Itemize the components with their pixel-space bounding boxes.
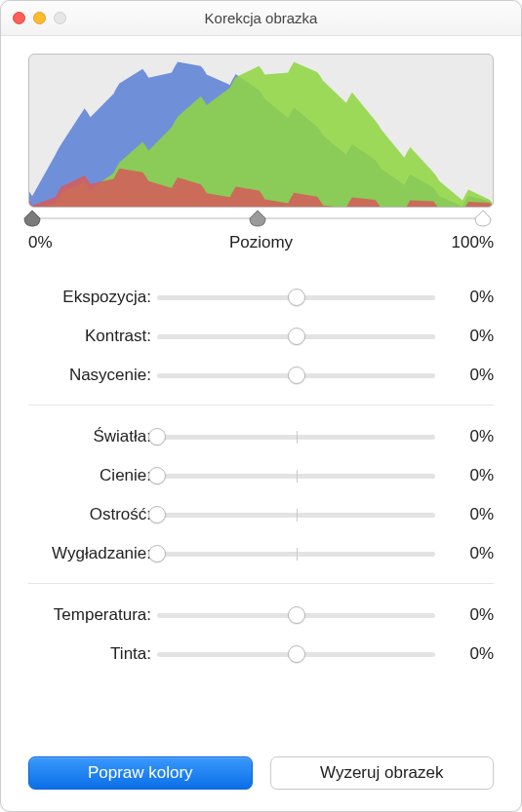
levels-white-thumb[interactable] bbox=[474, 210, 492, 227]
slider-row: Nasycenie:0% bbox=[28, 356, 494, 395]
histogram bbox=[28, 54, 494, 208]
slider-row: Światła:0% bbox=[28, 417, 494, 456]
slider-group: Światła:0%Cienie:0%Ostrość:0%Wygładzanie… bbox=[28, 405, 494, 583]
reset-button[interactable]: Wyzeruj obrazek bbox=[270, 756, 495, 790]
slider-value: 0% bbox=[435, 505, 494, 524]
slider-value: 0% bbox=[435, 427, 494, 446]
slider-thumb[interactable] bbox=[288, 606, 305, 624]
slider-tick bbox=[297, 509, 298, 522]
slider-label: Światła: bbox=[28, 427, 157, 446]
slider[interactable] bbox=[157, 326, 435, 347]
slider[interactable] bbox=[157, 365, 435, 386]
slider-value: 0% bbox=[435, 327, 494, 346]
button-bar: Popraw kolory Wyzeruj obrazek bbox=[28, 747, 494, 790]
slider-thumb[interactable] bbox=[148, 428, 166, 445]
slider[interactable] bbox=[157, 504, 435, 525]
levels-slider[interactable]: 0% Poziomy 100% bbox=[28, 210, 494, 258]
slider-label: Ekspozycja: bbox=[28, 288, 157, 307]
slider-label: Cienie: bbox=[28, 466, 157, 485]
slider-value: 0% bbox=[435, 605, 494, 625]
levels-labels: 0% Poziomy 100% bbox=[28, 233, 494, 252]
slider-group: Ekspozycja:0%Kontrast:0%Nasycenie:0% bbox=[28, 270, 494, 405]
slider-group: Temperatura:0%Tinta:0% bbox=[28, 583, 494, 683]
slider-tick bbox=[297, 431, 298, 444]
slider-row: Ostrość:0% bbox=[28, 495, 494, 534]
slider-track bbox=[157, 435, 435, 440]
slider[interactable] bbox=[157, 604, 435, 626]
window-title: Korekcja obrazka bbox=[1, 10, 521, 26]
window-controls bbox=[13, 12, 66, 24]
slider-row: Cienie:0% bbox=[28, 456, 494, 495]
levels-black-thumb[interactable] bbox=[23, 210, 41, 227]
slider[interactable] bbox=[157, 426, 435, 447]
slider-value: 0% bbox=[435, 644, 494, 664]
slider-thumb[interactable] bbox=[288, 367, 305, 384]
slider-row: Ekspozycja:0% bbox=[28, 278, 494, 317]
slider-track bbox=[157, 513, 435, 518]
adjust-sliders: Ekspozycja:0%Kontrast:0%Nasycenie:0%Świa… bbox=[28, 270, 494, 683]
slider[interactable] bbox=[157, 643, 435, 665]
slider-label: Temperatura: bbox=[28, 605, 157, 625]
image-adjust-window: Korekcja obrazka 0% Poziomy 100% Ekspozy… bbox=[0, 0, 522, 812]
slider-row: Temperatura:0% bbox=[28, 596, 494, 635]
slider-thumb[interactable] bbox=[288, 289, 305, 306]
levels-mid-label: Poziomy bbox=[229, 233, 293, 252]
slider-track bbox=[157, 474, 435, 479]
levels-mid-thumb[interactable] bbox=[249, 210, 266, 227]
levels-right-label: 100% bbox=[452, 233, 494, 252]
slider-thumb[interactable] bbox=[148, 506, 166, 523]
slider-value: 0% bbox=[435, 366, 494, 385]
content: 0% Poziomy 100% Ekspozycja:0%Kontrast:0%… bbox=[1, 36, 521, 811]
slider[interactable] bbox=[157, 465, 435, 486]
slider-label: Wygładzanie: bbox=[28, 544, 157, 563]
slider-value: 0% bbox=[435, 466, 494, 485]
slider-tick bbox=[297, 470, 298, 483]
enhance-button[interactable]: Popraw kolory bbox=[28, 756, 253, 790]
zoom-icon bbox=[54, 12, 66, 24]
slider-label: Ostrość: bbox=[28, 505, 157, 524]
slider-thumb[interactable] bbox=[288, 645, 305, 663]
slider-label: Nasycenie: bbox=[28, 366, 157, 385]
slider-thumb[interactable] bbox=[148, 545, 166, 562]
slider-thumb[interactable] bbox=[148, 467, 166, 484]
minimize-icon[interactable] bbox=[33, 12, 46, 24]
close-icon[interactable] bbox=[13, 12, 25, 24]
slider[interactable] bbox=[157, 543, 435, 564]
slider[interactable] bbox=[157, 287, 435, 308]
titlebar: Korekcja obrazka bbox=[1, 1, 521, 36]
slider-value: 0% bbox=[435, 288, 494, 307]
slider-row: Wygładzanie:0% bbox=[28, 534, 494, 573]
slider-label: Kontrast: bbox=[28, 327, 157, 346]
slider-label: Tinta: bbox=[28, 644, 157, 664]
slider-row: Tinta:0% bbox=[28, 635, 494, 674]
slider-value: 0% bbox=[435, 544, 494, 563]
slider-tick bbox=[297, 548, 298, 561]
slider-row: Kontrast:0% bbox=[28, 317, 494, 356]
slider-thumb[interactable] bbox=[288, 328, 305, 345]
levels-left-label: 0% bbox=[28, 233, 53, 252]
slider-track bbox=[157, 552, 435, 557]
